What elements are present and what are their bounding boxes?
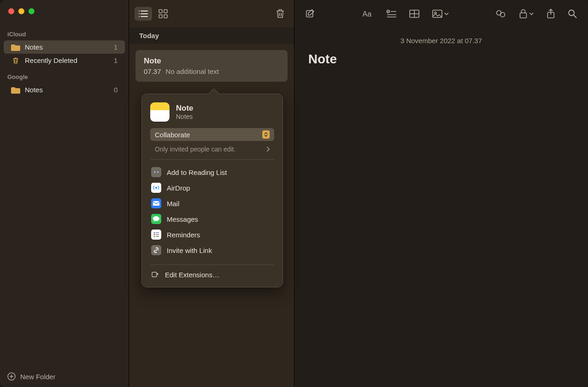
share-option-reminders[interactable]: Reminders: [150, 227, 274, 242]
sidebar-section-icloud: iCloud Notes 1 Recently Deleted 1: [0, 28, 129, 67]
list-view-button[interactable]: [135, 7, 152, 21]
folder-icon: [11, 44, 20, 51]
notes-list-header: Today: [129, 28, 294, 44]
sidebar-item-count: 0: [114, 86, 118, 94]
share-option-mail[interactable]: Mail: [150, 196, 274, 211]
svg-point-5: [155, 187, 157, 189]
table-icon: [409, 10, 419, 18]
note-card-title: Note: [144, 56, 279, 66]
trash-icon: [276, 9, 285, 19]
notes-list-pane: Today Note 07.37No additional text Note …: [129, 0, 294, 387]
share-option-label: Invite with Link: [167, 247, 212, 254]
sidebar-item-label: Recently Deleted: [25, 56, 77, 64]
svg-rect-8: [156, 232, 159, 233]
maximize-window-button[interactable]: [28, 8, 34, 14]
share-icon: [547, 9, 555, 19]
editor-body[interactable]: 3 November 2022 at 07.37 Note: [294, 28, 588, 387]
svg-rect-10: [156, 234, 159, 235]
grid-icon: [158, 9, 168, 18]
svg-point-7: [154, 232, 155, 234]
note-card-subline: 07.37No additional text: [144, 67, 279, 75]
share-option-invite-link[interactable]: Invite with Link: [150, 242, 274, 258]
folder-icon: [11, 86, 20, 94]
lock-icon: [519, 9, 527, 18]
sidebar-item-count: 1: [114, 56, 118, 64]
note-card-preview: No additional text: [166, 67, 219, 75]
checklist-icon: [386, 10, 396, 18]
close-window-button[interactable]: [8, 8, 14, 14]
share-option-airdrop[interactable]: AirDrop: [150, 180, 274, 196]
svg-rect-4: [164, 15, 167, 18]
window-controls: [0, 8, 129, 24]
chevron-up-down-icon: [262, 130, 270, 139]
share-option-reading-list[interactable]: 👓 Add to Reading List: [150, 164, 274, 180]
list-icon: [138, 10, 148, 18]
new-folder-button[interactable]: New Folder: [0, 366, 129, 387]
link-note-button[interactable]: [495, 9, 506, 18]
share-options-list: 👓 Add to Reading List AirDrop Mail Mes: [150, 160, 274, 265]
permission-row[interactable]: Only invited people can edit.: [150, 145, 274, 160]
share-option-label: AirDrop: [167, 184, 190, 192]
sidebar-item-label: Notes: [25, 86, 43, 94]
note-date: 3 November 2022 at 07.37: [308, 37, 574, 45]
new-note-button[interactable]: [305, 9, 316, 19]
collaborate-label: Collaborate: [155, 131, 190, 139]
section-label-icloud: iCloud: [0, 28, 129, 40]
delete-note-button[interactable]: [276, 9, 285, 19]
sidebar: iCloud Notes 1 Recently Deleted 1 Google…: [0, 0, 129, 387]
section-label-google: Google: [0, 71, 129, 83]
airdrop-icon: [151, 183, 161, 193]
notes-app-icon: [150, 102, 170, 122]
sidebar-item-label: Notes: [25, 43, 43, 51]
share-option-messages[interactable]: Messages: [150, 211, 274, 227]
search-button[interactable]: [568, 9, 577, 18]
edit-extensions-label: Edit Extensions…: [165, 271, 219, 279]
svg-rect-6: [153, 201, 159, 206]
edit-extensions-button[interactable]: Edit Extensions…: [150, 265, 274, 279]
format-text-button[interactable]: Aa: [362, 10, 373, 18]
share-popover-title: Note: [176, 104, 193, 113]
sidebar-item-recently-deleted[interactable]: Recently Deleted 1: [4, 54, 125, 67]
sidebar-item-notes[interactable]: Notes 1: [4, 40, 125, 54]
new-folder-label: New Folder: [20, 373, 56, 381]
share-option-label: Messages: [167, 215, 198, 223]
media-button[interactable]: [432, 10, 449, 18]
svg-rect-22: [520, 13, 526, 18]
minimize-window-button[interactable]: [18, 8, 24, 14]
lock-button[interactable]: [519, 9, 534, 18]
share-popover: Note Notes Collaborate Only invited peop…: [141, 94, 283, 287]
chevron-right-icon: [266, 146, 270, 152]
table-button[interactable]: [409, 10, 419, 18]
sidebar-item-google-notes[interactable]: Notes 0: [4, 83, 125, 96]
editor-pane: Aa 3 November 2022 at 07.37 Note: [294, 0, 588, 387]
svg-rect-3: [159, 15, 162, 18]
collaborate-dropdown[interactable]: Collaborate: [150, 128, 274, 141]
editor-toolbar: Aa: [294, 0, 588, 28]
chevron-down-icon: [444, 12, 449, 15]
note-card-time: 07.37: [144, 67, 161, 75]
svg-rect-1: [159, 10, 162, 13]
extensions-icon: [151, 270, 159, 279]
checklist-button[interactable]: [386, 10, 396, 18]
svg-point-9: [154, 234, 155, 236]
text-format-icon: Aa: [362, 10, 373, 18]
svg-point-21: [500, 12, 505, 17]
share-popover-subtitle: Notes: [176, 113, 193, 120]
share-option-label: Reminders: [167, 231, 200, 239]
share-popover-header: Note Notes: [150, 102, 274, 122]
reminders-icon: [151, 230, 161, 240]
share-button[interactable]: [547, 9, 555, 19]
svg-rect-2: [164, 10, 167, 13]
note-card[interactable]: Note 07.37No additional text: [136, 50, 288, 82]
svg-point-24: [569, 10, 574, 16]
list-toolbar: [129, 0, 294, 28]
svg-rect-12: [156, 236, 159, 237]
share-option-label: Add to Reading List: [167, 168, 227, 176]
photo-icon: [432, 10, 442, 18]
note-heading: Note: [308, 52, 574, 67]
permission-text: Only invited people can edit.: [155, 146, 236, 153]
svg-rect-13: [152, 272, 157, 277]
grid-view-button[interactable]: [158, 9, 168, 18]
svg-text:Aa: Aa: [362, 10, 372, 18]
mail-icon: [151, 198, 161, 208]
